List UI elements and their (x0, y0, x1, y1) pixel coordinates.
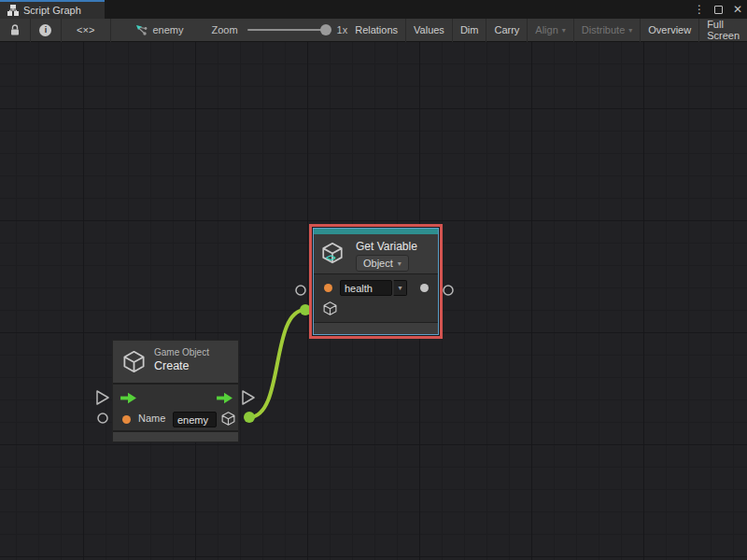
chevron-down-icon: ▾ (398, 259, 402, 268)
gameobject-output-port-icon[interactable] (220, 411, 236, 427)
lock-button[interactable] (0, 19, 30, 42)
name-input[interactable] (173, 412, 217, 427)
name-param-label: Name (138, 413, 165, 424)
create-footer (113, 432, 238, 441)
node-category: Game Object (154, 347, 209, 357)
graph-breadcrumb[interactable]: enemy (134, 23, 183, 36)
connection-wire[interactable] (249, 310, 305, 417)
create-flow-output-external-port[interactable] (243, 391, 254, 404)
window-controls: ⋮ ✕ (694, 0, 743, 19)
get-variable-footer (314, 323, 438, 334)
code-preview-icon: <×> (77, 24, 94, 35)
tab-script-graph[interactable]: Script Graph (0, 0, 105, 19)
code-preview-button[interactable]: <×> (62, 19, 110, 42)
distribute-button-label: Distribute (582, 24, 625, 35)
get-variable-body: ▾ (314, 274, 438, 322)
chevron-down-icon: ▾ (628, 26, 632, 35)
overview-button[interactable]: Overview (640, 19, 698, 42)
lock-icon (9, 24, 21, 36)
graph-toolbar: i <×> enemy Zoom 1x Relations (0, 19, 747, 42)
zoom-value: 1x (337, 24, 348, 35)
carry-button[interactable]: Carry (486, 19, 527, 42)
inspect-button[interactable]: i (31, 19, 61, 42)
chevron-down-icon: ▾ (562, 26, 566, 35)
getvariable-value-external-port[interactable] (444, 286, 453, 295)
toolbar-buttons: Relations Values Dim Carry Align ▾ Distr… (347, 19, 747, 42)
variable-name-input[interactable] (340, 280, 392, 296)
distribute-button[interactable]: Distribute ▾ (573, 19, 640, 42)
info-icon: i (39, 24, 51, 36)
relations-button[interactable]: Relations (347, 19, 405, 42)
create-name-external-port[interactable] (98, 413, 107, 423)
get-variable-node-selection: <> Get Variable Object ▾ ▾ (309, 224, 443, 339)
variable-name-input-port[interactable] (324, 284, 332, 292)
align-button-label: Align (535, 24, 557, 35)
script-graph-asset-icon (134, 23, 148, 36)
tab-bar: Script Graph ⋮ ✕ (0, 0, 747, 19)
toolbar-separator (110, 19, 111, 42)
graph-tab-icon (7, 5, 19, 16)
variable-value-output-port[interactable] (420, 284, 429, 292)
create-node[interactable]: Game Object Create Name (112, 340, 239, 442)
getvariable-name-external-port[interactable] (296, 286, 305, 295)
zoom-slider-handle[interactable] (320, 24, 331, 35)
fullscreen-button-label: Full Screen (707, 19, 740, 41)
create-header: Game Object Create (113, 341, 238, 383)
overview-button-label: Overview (648, 24, 691, 35)
node-title: Get Variable (356, 240, 417, 253)
code-brackets-icon: <> (326, 253, 335, 263)
maximize-icon[interactable] (714, 6, 723, 14)
dim-button[interactable]: Dim (452, 19, 486, 42)
create-gameobject-output-port[interactable] (244, 412, 255, 423)
get-variable-header: <> Get Variable Object ▾ (314, 234, 438, 273)
dim-button-label: Dim (460, 24, 479, 35)
values-button-label: Values (414, 24, 444, 35)
align-button[interactable]: Align ▾ (527, 19, 572, 42)
gameobject-cube-icon (121, 349, 147, 374)
node-title: Create (154, 359, 190, 372)
close-icon[interactable]: ✕ (732, 0, 743, 19)
fullscreen-button[interactable]: Full Screen (698, 19, 747, 42)
values-button[interactable]: Values (405, 19, 452, 42)
carry-button-label: Carry (494, 24, 519, 35)
chevron-down-icon: ▾ (398, 284, 402, 292)
create-body: Name (113, 385, 238, 430)
kebab-menu-icon[interactable]: ⋮ (694, 0, 705, 19)
gameobject-target-port-icon[interactable] (322, 301, 338, 316)
variable-scope-dropdown[interactable]: Object ▾ (356, 255, 409, 272)
name-input-port[interactable] (122, 415, 131, 424)
flow-input-arrow-icon[interactable] (120, 392, 137, 404)
zoom-control: Zoom 1x (211, 24, 347, 35)
flow-output-arrow-icon[interactable] (216, 392, 233, 404)
graph-name-label: enemy (152, 24, 183, 35)
tab-title: Script Graph (23, 5, 81, 16)
variable-picker-dropdown[interactable]: ▾ (393, 280, 407, 296)
script-graph-window: Script Graph ⋮ ✕ i <×> (0, 0, 747, 560)
relations-button-label: Relations (355, 24, 398, 35)
graph-canvas[interactable]: <> Get Variable Object ▾ ▾ (0, 42, 747, 560)
zoom-slider[interactable] (247, 29, 330, 31)
get-variable-node[interactable]: <> Get Variable Object ▾ ▾ (313, 228, 439, 335)
zoom-label: Zoom (211, 24, 237, 35)
create-flow-input-external-port[interactable] (97, 391, 108, 404)
variable-scope-value: Object (363, 258, 393, 269)
